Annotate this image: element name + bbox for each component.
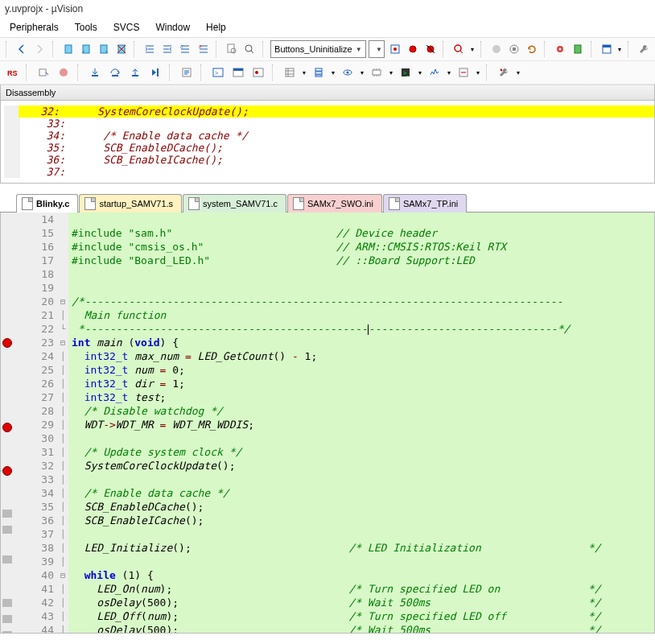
code-line[interactable] — [72, 281, 654, 295]
chevron-down-icon[interactable]: ▾ — [301, 66, 307, 80]
menu-peripherals[interactable]: Peripherals — [3, 19, 65, 35]
chevron-down-icon[interactable]: ▾ — [475, 66, 481, 80]
toolbox-icon[interactable] — [495, 64, 513, 81]
code-line[interactable]: int32_t test; — [72, 390, 654, 404]
code-line[interactable] — [72, 555, 654, 568]
code-line[interactable]: int32_t dir = 1; — [72, 377, 654, 390]
breakpoint-current-icon[interactable] — [2, 466, 12, 476]
debug-start-icon[interactable] — [387, 40, 402, 58]
bookmark-prev-icon[interactable] — [78, 40, 93, 58]
chevron-down-icon[interactable]: ▾ — [330, 66, 336, 80]
serial-icon[interactable]: >_ — [397, 64, 414, 81]
bookmark-next-icon[interactable] — [96, 40, 111, 58]
nav-back-icon[interactable] — [14, 40, 29, 58]
code-line[interactable] — [72, 267, 654, 281]
chevron-down-icon[interactable]: ▾ — [446, 66, 452, 80]
debug-run-icon[interactable] — [451, 40, 467, 58]
menu-help[interactable]: Help — [200, 19, 233, 35]
disassembly-panel[interactable]: 32: SystemCoreClockUpdate();33: 34: /* E… — [0, 101, 655, 184]
code-line[interactable]: /*--------------------------------------… — [72, 295, 654, 308]
regs-icon[interactable] — [281, 64, 299, 81]
menu-tools[interactable]: Tools — [68, 19, 104, 35]
code-line[interactable]: Main function — [72, 308, 654, 322]
tab-blinky-c[interactable]: Blinky.c — [16, 194, 78, 213]
step-into-icon[interactable] — [86, 64, 104, 81]
code-line[interactable]: WDT->WDT_MR = WDT_MR_WDDIS; — [72, 418, 654, 431]
code-line[interactable]: while (1) { — [72, 568, 654, 582]
book-icon[interactable] — [571, 40, 586, 58]
symbols-icon[interactable] — [249, 64, 267, 81]
code-line[interactable]: LED_Initialize(); /* LED Initialization … — [72, 541, 654, 555]
memory-icon[interactable] — [368, 64, 385, 81]
code-line[interactable]: SCB_EnableDCache(); — [72, 500, 654, 514]
code-line[interactable]: #include "sam.h" // Device header — [72, 226, 654, 240]
refresh-icon[interactable] — [524, 40, 539, 58]
chevron-down-icon[interactable]: ▾ — [469, 43, 476, 56]
uncomment-icon[interactable]: // — [196, 40, 211, 58]
record-icon[interactable] — [488, 40, 504, 58]
code-line[interactable] — [72, 527, 654, 541]
code-line[interactable] — [72, 473, 654, 486]
comment-icon[interactable]: // — [178, 40, 193, 58]
window-icon[interactable] — [599, 40, 614, 58]
code-line[interactable]: LED_Off(num); /* Turn specified LED off … — [72, 609, 654, 623]
chevron-down-icon[interactable]: ▾ — [616, 43, 623, 56]
step-out-icon[interactable] — [126, 64, 144, 81]
target-combo[interactable]: Buttons_Uninitialize▼ — [270, 40, 366, 58]
menu-window[interactable]: Window — [149, 19, 196, 35]
code-line[interactable]: osDelay(500); /* Wait 500ms */ — [72, 623, 654, 634]
menu-svcs[interactable]: SVCS — [107, 19, 146, 35]
chevron-down-icon[interactable]: ▾ — [417, 66, 423, 80]
tab-samx7_tp-ini[interactable]: SAMx7_TP.ini — [383, 194, 467, 213]
reset-icon[interactable]: RST — [3, 64, 21, 81]
code-line[interactable]: *---------------------------------------… — [72, 322, 654, 336]
breakpoint-icon[interactable] — [2, 423, 12, 432]
tab-startup_samv71-s[interactable]: startup_SAMV71.s — [79, 194, 182, 213]
analyzer-icon[interactable] — [426, 64, 443, 81]
disasm-window-icon[interactable] — [229, 64, 247, 81]
code-line[interactable]: int32_t max_num = LED_GetCount() - 1; — [72, 349, 654, 363]
chevron-down-icon[interactable]: ▾ — [388, 66, 394, 80]
bookmark-toggle-icon[interactable] — [60, 40, 76, 58]
code-line[interactable]: #include "cmsis_os.h" // ARM::CMSIS:RTOS… — [72, 240, 654, 254]
code-line[interactable]: SystemCoreClockUpdate(); — [72, 459, 654, 473]
run-icon[interactable] — [35, 64, 52, 81]
code-line[interactable] — [72, 431, 654, 445]
run-to-cursor-icon[interactable] — [146, 64, 164, 81]
indent-icon[interactable] — [142, 40, 158, 58]
code-line[interactable]: LED_On(num); /* Turn specified LED on */ — [72, 582, 654, 596]
code-line[interactable] — [72, 213, 654, 226]
code-line[interactable]: int32_t num = 0; — [72, 363, 654, 377]
show-disasm-icon[interactable] — [178, 64, 196, 81]
call-stack-icon[interactable] — [310, 64, 328, 81]
step-over-icon[interactable] — [106, 64, 124, 81]
breakpoint-icon[interactable] — [2, 338, 12, 348]
code-editor[interactable]: 1415161718192021222324252627282930313233… — [0, 213, 655, 634]
chevron-down-icon[interactable]: ▾ — [515, 66, 521, 80]
find-in-files-icon[interactable] — [224, 40, 239, 58]
code-line[interactable]: int main (void) { — [72, 336, 654, 349]
stop-icon[interactable] — [506, 40, 521, 58]
trace-icon[interactable] — [455, 64, 472, 81]
outdent-icon[interactable] — [160, 40, 175, 58]
nav-fwd-icon[interactable] — [32, 40, 47, 58]
code-line[interactable]: SCB_EnableICache(); — [72, 514, 654, 527]
code-line[interactable]: /* Update system clock */ — [72, 445, 654, 459]
code-line[interactable]: #include "Board_LED.h" // ::Board Suppor… — [72, 254, 654, 267]
code-line[interactable]: osDelay(500); /* Wait 500ms */ — [72, 596, 654, 609]
insert-bp-icon[interactable] — [405, 40, 420, 58]
tab-samx7_swo-ini[interactable]: SAMx7_SWO.ini — [287, 194, 382, 213]
tab-system_samv71-c[interactable]: system_SAMV71.c — [183, 194, 286, 213]
empty-combo[interactable]: ▼ — [369, 40, 385, 58]
watch-icon[interactable] — [339, 64, 356, 81]
code-line[interactable]: /* Enable data cache */ — [72, 486, 654, 500]
search-icon[interactable] — [242, 40, 257, 58]
cmd-window-icon[interactable]: > — [209, 64, 227, 81]
code-line[interactable]: /* Disable watchdog */ — [72, 404, 654, 418]
chevron-down-icon[interactable]: ▾ — [359, 66, 365, 80]
settings-red-icon[interactable] — [553, 40, 568, 58]
bookmark-clear-icon[interactable] — [113, 40, 129, 58]
wrench-icon[interactable] — [636, 40, 652, 58]
kill-bp-icon[interactable] — [422, 40, 438, 58]
halt-icon[interactable] — [55, 64, 72, 81]
